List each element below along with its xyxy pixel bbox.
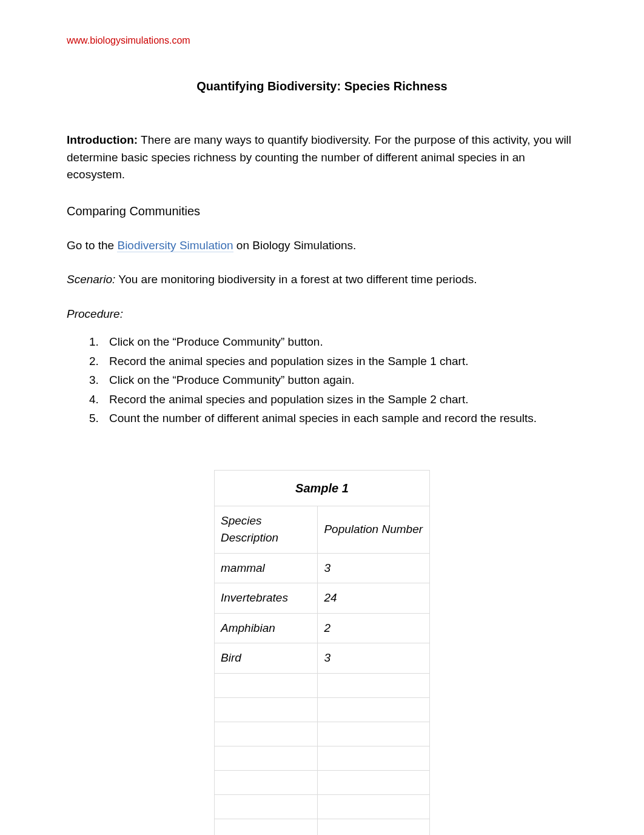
cell-species <box>215 722 318 746</box>
cell-population: 3 <box>318 643 430 674</box>
cell-species <box>215 746 318 770</box>
cell-species: Amphibian <box>215 613 318 643</box>
goto-prefix: Go to the <box>67 239 117 252</box>
procedure-item: Click on the “Produce Community” button … <box>102 372 577 389</box>
goto-paragraph: Go to the Biodiversity Simulation on Bio… <box>67 237 577 255</box>
scenario-label: Scenario: <box>67 273 115 286</box>
table-row: Invertebrates 24 <box>215 583 430 614</box>
table-title: Sample 1 <box>215 470 430 506</box>
cell-population: 24 <box>318 583 430 614</box>
cell-population <box>318 770 430 794</box>
cell-population <box>318 673 430 697</box>
table-row <box>215 794 430 819</box>
table-row: Bird 3 <box>215 643 430 674</box>
biodiversity-simulation-link[interactable]: Biodiversity Simulation <box>117 239 233 252</box>
procedure-item: Record the animal species and population… <box>102 353 577 371</box>
page-title: Quantifying Biodiversity: Species Richne… <box>67 77 577 95</box>
cell-species: mammal <box>215 553 318 583</box>
introduction-text: There are many ways to quantify biodiver… <box>67 133 571 181</box>
cell-species <box>215 697 318 722</box>
scenario-text: You are monitoring biodiversity in a for… <box>115 273 477 286</box>
cell-species: Invertebrates <box>215 583 318 614</box>
cell-population: 2 <box>318 613 430 643</box>
table-row <box>215 819 430 835</box>
goto-suffix: on Biology Simulations. <box>233 239 357 252</box>
sample-table: Sample 1 Species Description Population … <box>214 470 430 836</box>
cell-population: 3 <box>318 553 430 583</box>
header-url-link[interactable]: www.biologysimulations.com <box>67 33 577 48</box>
scenario-paragraph: Scenario: You are monitoring biodiversit… <box>67 271 577 289</box>
column-header-species: Species Description <box>215 506 318 553</box>
cell-species <box>215 819 318 835</box>
cell-population <box>318 819 430 835</box>
cell-population <box>318 746 430 770</box>
procedure-label: Procedure: <box>67 306 577 323</box>
table-row <box>215 746 430 770</box>
table-row <box>215 697 430 722</box>
cell-species <box>215 794 318 819</box>
cell-species <box>215 673 318 697</box>
cell-species <box>215 770 318 794</box>
procedure-list: Click on the “Produce Community” button.… <box>67 334 577 428</box>
cell-population <box>318 697 430 722</box>
procedure-item: Count the number of different animal spe… <box>102 410 577 428</box>
table-row <box>215 770 430 794</box>
blurred-rows <box>215 673 430 835</box>
column-header-population: Population Number <box>318 506 430 553</box>
cell-species: Bird <box>215 643 318 674</box>
procedure-item: Record the animal species and population… <box>102 391 577 409</box>
table-row <box>215 673 430 697</box>
introduction-label: Introduction: <box>67 133 138 146</box>
table-row: Amphibian 2 <box>215 613 430 643</box>
procedure-item: Click on the “Produce Community” button. <box>102 334 577 351</box>
section-heading: Comparing Communities <box>67 202 577 220</box>
table-row <box>215 722 430 746</box>
table-container: Sample 1 Species Description Population … <box>67 470 577 836</box>
introduction-paragraph: Introduction: There are many ways to qua… <box>67 132 577 184</box>
cell-population <box>318 722 430 746</box>
table-row: mammal 3 <box>215 553 430 583</box>
cell-population <box>318 794 430 819</box>
